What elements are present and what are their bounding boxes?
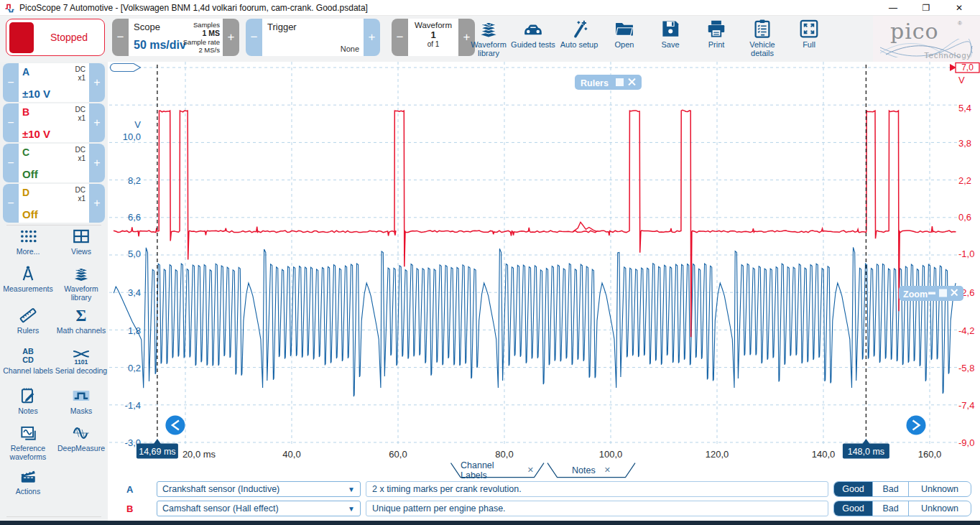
channel-coupling: DCx1 — [75, 146, 85, 162]
channel-a-increase-button[interactable]: + — [89, 63, 105, 102]
masks-icon — [72, 386, 91, 405]
sidebar-tool-label: Serial decoding — [55, 366, 107, 375]
toolbar-button-full[interactable]: Full — [786, 18, 832, 61]
zoom-chip[interactable]: Zoom — [899, 286, 963, 301]
sidebar-tool-serial-decoding[interactable]: 1101Serial decoding — [55, 346, 108, 375]
channel-c-increase-button[interactable]: + — [89, 144, 105, 182]
plot-background — [108, 62, 980, 463]
sidebar-tool-channel-labels[interactable]: ABCDChannel labels — [1, 346, 55, 375]
channel-a-offset-marker[interactable] — [111, 64, 141, 72]
svg-text:-5,8: -5,8 — [958, 363, 974, 373]
close-button[interactable]: ✕ — [943, 3, 976, 13]
toolbar-button-save[interactable]: Save — [647, 18, 693, 61]
row-b-bad-button[interactable]: Bad — [872, 501, 908, 516]
scope-increase-button[interactable]: + — [223, 19, 239, 56]
row-b-good-button[interactable]: Good — [834, 501, 872, 516]
trigger-settings-panel: − Trigger None + — [246, 19, 380, 56]
views-icon — [72, 227, 91, 246]
sidebar-tool-more-[interactable]: More... — [1, 227, 55, 256]
channel-c-decrease-button[interactable]: − — [3, 144, 19, 182]
stop-start-button[interactable]: Stopped — [6, 19, 105, 56]
math-icon: Σ — [72, 306, 91, 325]
sidebar-tool-notes[interactable]: Notes — [1, 386, 55, 415]
svg-text:-7,4: -7,4 — [958, 400, 974, 411]
channel-b-increase-button[interactable]: + — [89, 103, 105, 142]
sidebar-tool-views[interactable]: Views — [55, 227, 108, 256]
channel-b-card[interactable]: −BDCx1±10 V+ — [3, 103, 105, 142]
sidebar-tool-masks[interactable]: Masks — [55, 386, 108, 415]
toolbar-button-label: Open — [615, 40, 634, 49]
svg-text:-9,0: -9,0 — [958, 437, 974, 448]
channel-d-increase-button[interactable]: + — [89, 184, 105, 223]
channel-a-decrease-button[interactable]: − — [3, 63, 19, 102]
tab-notes-close-icon[interactable]: ✕ — [604, 465, 611, 475]
toolbar-button-auto-setup[interactable]: Auto setup — [556, 18, 602, 61]
svg-text:3,4: 3,4 — [128, 287, 141, 298]
channel-labels-panel: Channel Labels ✕ Notes ✕ A Crankshaft se… — [108, 463, 980, 521]
channel-b-decrease-button[interactable]: − — [3, 103, 19, 142]
svg-text:-1,4: -1,4 — [125, 400, 141, 411]
toolbar-button-waveform-library[interactable]: Waveform library — [466, 18, 512, 61]
trigger-title: Trigger — [267, 22, 297, 32]
trigger-increase-button[interactable]: + — [364, 19, 380, 56]
scope-decrease-button[interactable]: − — [112, 19, 129, 56]
tab-channel-labels-close-icon[interactable]: ✕ — [527, 465, 534, 475]
tab-notes[interactable]: Notes ✕ — [557, 463, 626, 478]
minimize-button[interactable]: — — [877, 3, 910, 13]
channel-range: ±10 V — [22, 88, 50, 100]
toolbar-button-guided-tests[interactable]: Guided tests — [510, 18, 556, 61]
notes-icon — [19, 386, 37, 405]
sidebar-divider — [6, 225, 101, 226]
toolbar-button-vehicle-details[interactable]: Vehicle details — [739, 18, 785, 61]
channel-d-decrease-button[interactable]: − — [3, 184, 19, 223]
picoscope-app-icon — [4, 2, 15, 13]
row-a-sensor-select[interactable]: Crankshaft sensor (Inductive) ▼ — [157, 481, 361, 497]
sidebar-tool-label: Waveform library — [64, 284, 98, 302]
row-b-sensor-select[interactable]: Camshaft sensor (Hall effect) ▼ — [157, 501, 361, 516]
sidebar-tool-deepmeasure[interactable]: DeepMeasure — [55, 424, 108, 452]
ruler-handle-left[interactable] — [165, 416, 185, 435]
sidebar-tool-waveform-library[interactable]: Waveform library — [55, 264, 108, 302]
sidebar: −ADCx1±10 V+−BDCx1±10 V+−CDCx1Off+−DDCx1… — [0, 62, 108, 521]
svg-text:60,0: 60,0 — [389, 449, 407, 460]
row-a-bad-button[interactable]: Bad — [872, 482, 908, 496]
trigger-mode-value[interactable]: None — [341, 45, 359, 53]
row-a-unknown-button[interactable]: Unknown — [908, 482, 971, 496]
stop-indicator — [9, 22, 34, 53]
svg-text:6,6: 6,6 — [128, 212, 141, 223]
sidebar-tool-rulers[interactable]: Rulers — [1, 306, 55, 335]
timebase-value[interactable]: 50 ms/div — [134, 39, 186, 52]
row-b-unknown-button[interactable]: Unknown — [908, 501, 971, 516]
sidebar-tool-math-channels[interactable]: ΣMath channels — [55, 306, 108, 335]
svg-text:80,0: 80,0 — [495, 449, 513, 460]
row-a-note-input[interactable]: 2 x timing marks per crank revolution. — [366, 481, 828, 497]
channel-c-card[interactable]: −CDCx1Off+ — [3, 144, 105, 182]
channel-a-card[interactable]: −ADCx1±10 V+ — [3, 63, 105, 102]
waveform-previous-button[interactable]: − — [392, 19, 408, 56]
restore-button[interactable]: ❐ — [910, 3, 943, 13]
rulers-chip[interactable]: Rulers — [575, 75, 642, 90]
row-b-sensor-value: Camshaft sensor (Hall effect) — [162, 503, 279, 514]
toolbar-button-label: Auto setup — [560, 40, 598, 49]
channel-d-card[interactable]: −DDCx1Off+ — [3, 184, 105, 223]
zoom-chip-window-icon — [939, 289, 947, 297]
print-icon — [706, 18, 727, 40]
svg-text:160,0: 160,0 — [918, 449, 942, 460]
waveform-buffer-panel: − Waveform 1 of 1 + — [392, 19, 475, 56]
row-a-channel-label: A — [126, 484, 133, 495]
trigger-decrease-button[interactable]: − — [246, 19, 262, 56]
row-a-good-button[interactable]: Good — [834, 482, 872, 496]
vehicle-details-icon — [752, 18, 773, 40]
reference-icon — [19, 424, 37, 442]
tab-channel-labels[interactable]: Channel Labels ✕ — [461, 463, 534, 478]
sidebar-tool-actions[interactable]: Actions — [1, 467, 55, 496]
toolbar-button-open[interactable]: Open — [601, 18, 647, 61]
sidebar-tool-measurements[interactable]: Measurements — [1, 264, 55, 293]
sidebar-tool-reference-waveforms[interactable]: Reference waveforms — [1, 424, 55, 461]
svg-text:120,0: 120,0 — [706, 449, 729, 460]
svg-text:-4,2: -4,2 — [958, 325, 974, 336]
row-b-note-input[interactable]: Unique pattern per engine phase. — [366, 501, 828, 516]
ruler-handle-right[interactable] — [907, 416, 926, 435]
channel-coupling: DCx1 — [75, 186, 85, 203]
toolbar-button-print[interactable]: Print — [693, 18, 739, 61]
